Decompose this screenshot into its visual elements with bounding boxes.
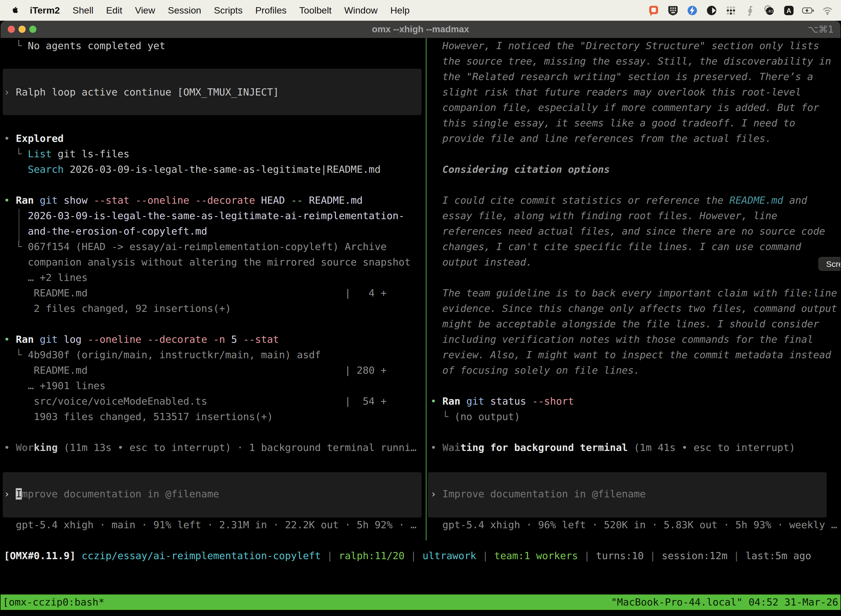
text-segment: … +1901 lines [4, 380, 105, 392]
terminal-line: └ No agents completed yet [4, 38, 165, 54]
text-segment: HEAD [261, 195, 291, 206]
screen: iTerm2ShellEditViewSessionScriptsProfile… [0, 0, 841, 616]
screen-mirroring-icon[interactable] [647, 4, 660, 17]
text-segment: Explored [16, 133, 63, 144]
wifi-icon[interactable] [821, 4, 834, 17]
window-shortcut-badge: ⌥⌘1 [807, 21, 834, 38]
text-segment: | [578, 550, 596, 561]
terminal-line: and-the-erosion-of-copyleft.md [4, 224, 207, 239]
text-segment: ultrawork [422, 550, 476, 561]
text-segment: of focusing solely on file lines. [431, 365, 640, 376]
text-segment: • [4, 133, 16, 144]
terminal-line: slight risk that future readers may over… [431, 84, 801, 100]
text-segment: (1m 41s • esc to interrupt) [628, 442, 795, 453]
text-segment: gpt-5.4 xhigh · main · 91% left · 2.31M … [4, 519, 417, 531]
text-segment: I [16, 488, 22, 500]
text-segment: essay file, along with finding root file… [431, 210, 777, 221]
text-segment: • [431, 396, 442, 407]
text-segment: However, I noticed the "Directory Struct… [431, 40, 819, 51]
window-titlebar[interactable]: omx --xhigh --madmax ⌥⌘1 [0, 21, 841, 38]
text-segment: 2 files changed, 92 insertions(+) [4, 303, 231, 314]
input-source-icon[interactable]: A [782, 4, 795, 17]
terminal-line: └ (no output) [431, 409, 520, 424]
hook-icon[interactable]: ∮ [744, 4, 757, 17]
text-segment: README.md [730, 195, 783, 206]
menu-item-scripts[interactable]: Scripts [214, 5, 243, 16]
menu-item-profiles[interactable]: Profiles [255, 5, 286, 16]
menu-items: iTerm2ShellEditViewSessionScriptsProfile… [30, 5, 410, 16]
menu-item-session[interactable]: Session [168, 5, 201, 16]
text-segment: Search [28, 164, 64, 175]
menu-item-shell[interactable]: Shell [73, 5, 94, 16]
text-segment: --oneline --decorate -n [88, 334, 231, 345]
right-pane[interactable]: However, I noticed the "Directory Struct… [427, 38, 841, 538]
tmux-status-bar: [omx-cczip0:bash* "MacBook-Pro-44.local"… [0, 594, 841, 610]
text-segment: output instead. [431, 257, 532, 268]
menu-item-window[interactable]: Window [344, 5, 378, 16]
text-segment: … +2 lines [4, 272, 88, 283]
text-segment: I could cite commit statistics or refere… [431, 195, 730, 206]
terminal-line: provide file and line references from th… [431, 131, 771, 146]
text-segment: 2026-03-09-is-legal-the-same-as-legitima… [4, 210, 404, 221]
text-segment: | [476, 550, 494, 561]
text-segment: | [404, 550, 422, 561]
text-segment: └ [431, 411, 454, 422]
text-segment: └ [4, 241, 28, 252]
text-segment: -- [291, 195, 309, 206]
text-segment: gpt-5.4 xhigh · 96% left · 520K in · 5.8… [431, 519, 837, 531]
bolt-circle-icon[interactable] [686, 4, 699, 17]
text-segment: --short [532, 396, 574, 407]
terminal-line: the "Related research writing" section i… [431, 69, 813, 84]
text-segment: README.md [309, 195, 363, 206]
text-segment: | [728, 550, 746, 561]
terminal-line: gpt-5.4 xhigh · main · 91% left · 2.31M … [4, 517, 417, 532]
text-segment: ting for background terminal [460, 442, 628, 453]
text-segment: references need actual files, and since … [431, 226, 825, 237]
apple-menu-icon[interactable] [10, 6, 19, 15]
pane-divider[interactable] [426, 38, 426, 540]
terminal-line: However, I noticed the "Directory Struct… [431, 38, 819, 54]
terminal-line: output instead. [431, 254, 532, 270]
text-segment: README.md | 280 + [4, 365, 387, 376]
text-segment: --stat --oneline --decorate [94, 195, 261, 206]
text-segment: Wor [16, 442, 34, 453]
terminal-line: • Working (11m 13s • esc to interrupt) ·… [4, 440, 417, 455]
terminal-line: └ 4b9d30f (origin/main, instructkr/main,… [4, 347, 321, 363]
text-segment: this single essay, it seems like a good … [431, 117, 795, 129]
menu-item-edit[interactable]: Edit [106, 5, 123, 16]
text-segment: review. Also, I might want to inspect th… [431, 349, 831, 361]
svg-text:∮: ∮ [748, 4, 753, 16]
keypad-shield-icon[interactable] [667, 4, 679, 17]
dots-grid-icon[interactable] [725, 4, 737, 17]
terminal-line: src/voice/voiceModeEnabled.ts | 54 + [4, 393, 387, 409]
terminal-line: [OMX#0.11.9] cczip/essay/ai-reimplementa… [4, 548, 811, 563]
text-segment [4, 164, 28, 175]
camera-circle-icon[interactable] [705, 4, 718, 17]
menu-item-view[interactable]: View [135, 5, 155, 16]
text-segment: might be acceptable alongside the file l… [431, 318, 819, 330]
terminal-line: this single essay, it seems like a good … [431, 115, 795, 131]
text-segment: king [34, 442, 58, 453]
text-segment: Considering citation options [431, 164, 610, 175]
window-title: omx --xhigh --madmax [0, 21, 841, 38]
text-segment: • [4, 195, 16, 206]
tmux-session-label: [omx-cczip0:bash* [3, 594, 104, 610]
terminal-line: └ List git ls-files [4, 146, 129, 162]
battery-charging-icon[interactable] [802, 4, 815, 17]
terminal-line: essay file, along with finding root file… [431, 208, 777, 224]
text-segment: and [783, 195, 807, 206]
text-segment: session:12m [662, 550, 727, 561]
left-pane[interactable]: └ No agents completed yet› Ralph loop ac… [0, 38, 425, 538]
menu-item-help[interactable]: Help [390, 5, 410, 16]
text-segment: last:5m ago [746, 550, 811, 561]
menu-bar: iTerm2ShellEditViewSessionScriptsProfile… [0, 0, 841, 21]
menu-item-iterm2[interactable]: iTerm2 [30, 5, 60, 16]
terminal-line: review. Also, I might want to inspect th… [431, 347, 831, 363]
text-segment: git ls-files [51, 148, 129, 160]
text-segment: • [431, 442, 442, 453]
text-segment: slight risk that future readers may over… [431, 87, 801, 98]
menu-item-toolbelt[interactable]: Toolbelt [299, 5, 332, 16]
omx-status-line: [OMX#0.11.9] cczip/essay/ai-reimplementa… [0, 548, 841, 563]
battery-percent-badge-icon[interactable]: ..61 [763, 4, 776, 17]
terminal-line: 2 files changed, 92 insertions(+) [4, 301, 231, 316]
